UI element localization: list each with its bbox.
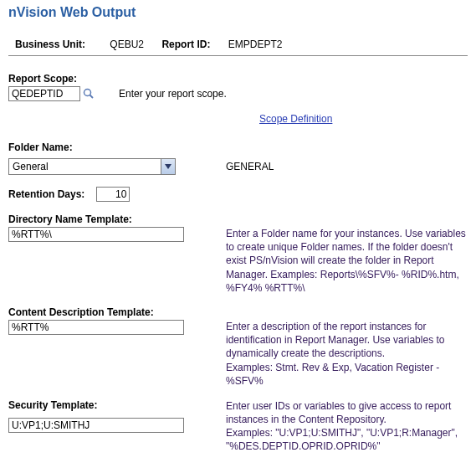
business-unit-label: Business Unit:: [15, 39, 85, 50]
content-template-label: Content Description Template:: [8, 306, 201, 318]
svg-line-1: [90, 95, 94, 99]
header-bar: Business Unit: QEBU2 Report ID: EMPDEPT2: [8, 35, 468, 56]
business-unit-value: QEBU2: [110, 39, 144, 50]
report-id-label: Report ID:: [161, 39, 210, 50]
content-template-input[interactable]: [8, 320, 184, 335]
page-title: nVision Web Output: [8, 5, 468, 20]
folder-code: GENERAL: [226, 161, 274, 172]
folder-name-label: Folder Name:: [8, 141, 468, 153]
folder-name-select[interactable]: General: [8, 158, 176, 175]
report-scope-input[interactable]: [8, 86, 80, 101]
report-id-value: EMPDEPT2: [228, 39, 283, 50]
directory-template-label: Directory Name Template:: [8, 213, 201, 225]
scope-definition-link[interactable]: Scope Definition: [259, 113, 332, 125]
retention-days-label: Retention Days:: [8, 188, 84, 200]
security-template-input[interactable]: [8, 418, 184, 433]
content-template-help: Enter a description of the report instan…: [226, 320, 468, 388]
svg-point-0: [84, 90, 91, 96]
dropdown-icon: [161, 159, 175, 174]
folder-name-selected: General: [13, 161, 161, 172]
retention-days-input[interactable]: [96, 187, 130, 202]
security-template-help: Enter user IDs or variables to give acce…: [226, 399, 468, 454]
report-scope-label: Report Scope:: [8, 73, 468, 85]
directory-template-help: Enter a Folder name for your instances. …: [226, 227, 468, 295]
report-scope-hint: Enter your report scope.: [119, 88, 227, 100]
lookup-icon[interactable]: [82, 87, 95, 100]
directory-template-input[interactable]: [8, 227, 184, 242]
security-template-label: Security Template:: [8, 399, 201, 411]
